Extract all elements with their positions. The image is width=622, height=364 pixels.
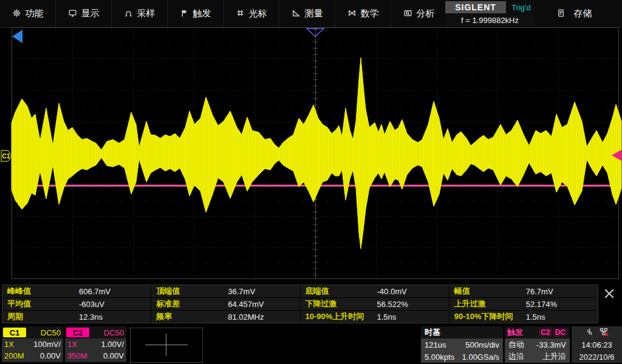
channel2-coupling: DC50 xyxy=(104,328,124,337)
measurement-panel: 峰峰值606.7mV 顶端值36.7mV 底端值-40.0mV 幅值76.7mV… xyxy=(2,285,598,323)
trigger-title: 触发 xyxy=(507,327,523,338)
timebase-scale: 500ns/div xyxy=(465,340,499,349)
trigger-mode: 自动 xyxy=(508,339,524,350)
channel1-panel[interactable]: C1 DC50 1X100mV/ 200M0.00V xyxy=(2,326,63,362)
measure-fall-time: 90-10%下降时间1.5ns xyxy=(449,311,598,323)
measure-top: 顶端值36.7mV xyxy=(151,285,299,297)
channel2-bandwidth: 350M xyxy=(67,351,87,360)
add-channel-panel[interactable] xyxy=(130,328,203,363)
timebase-samplerate: 1.00GSa/s xyxy=(462,352,499,362)
timebase-panel[interactable]: 时基 121us500ns/div 5.00kpts1.00GSa/s xyxy=(421,326,503,363)
channel2-scale: 1.00V/ xyxy=(101,340,124,349)
trigger-source-badge: C2 xyxy=(539,328,552,337)
measure-base: 底端值-40.0mV xyxy=(301,285,449,297)
measure-rise-time: 10-90%上升时间1.5ns xyxy=(301,311,449,323)
measure-vpp: 峰峰值606.7mV xyxy=(2,285,151,297)
channel2-offset: 0.00V xyxy=(103,351,124,360)
trigger-panel[interactable]: 触发 C2 DC 自动-33.3mV 边沿上升沿 xyxy=(505,326,570,363)
channel1-scale: 100mV/ xyxy=(33,340,61,349)
timebase-title: 时基 xyxy=(421,326,503,339)
trigger-slope: 上升沿 xyxy=(542,351,566,362)
channel2-probe: 1X xyxy=(67,340,77,349)
oscilloscope-screen: 功能 显示 采样 触发 光标 测量 数学 分析 xyxy=(0,0,622,364)
trigger-type: 边沿 xyxy=(508,351,524,362)
measure-amplitude: 幅值76.7mV xyxy=(449,285,598,297)
measure-rise-overshoot: 上升过激52.174% xyxy=(449,298,598,310)
measure-frequency: 频率81.02MHz xyxy=(151,311,299,323)
network-disconnected-icon xyxy=(599,327,609,339)
measure-period: 周期12.3ns xyxy=(2,311,151,323)
timebase-delay: 121us xyxy=(425,340,446,349)
channel1-coupling: DC50 xyxy=(41,328,61,337)
channel1-marker-label: C1 xyxy=(2,153,10,160)
trigger-level: -33.3mV xyxy=(536,340,566,349)
measure-fall-overshoot: 下降过激56.522% xyxy=(301,298,449,310)
channel2-panel[interactable]: C2 DC50 1X1.00V/ 350M0.00V xyxy=(65,326,126,362)
channel1-offset: 0.00V xyxy=(40,351,61,360)
channel2-badge: C2 xyxy=(66,328,89,337)
usb-icon xyxy=(585,327,594,338)
timebase-points: 5.00kpts xyxy=(425,352,454,362)
status-panel: 14:06:23 2022/10/6 xyxy=(572,326,622,363)
delay-marker-icon[interactable] xyxy=(12,30,22,43)
channel1-bandwidth: 200M xyxy=(4,351,24,360)
trigger-coupling-badge: DC xyxy=(553,328,567,337)
measure-mean: 平均值-603uV xyxy=(2,298,151,310)
close-icon[interactable] xyxy=(601,286,617,302)
clock-time: 14:06:23 xyxy=(581,339,612,351)
channel1-badge: C1 xyxy=(3,328,26,337)
channel1-probe: 1X xyxy=(4,340,14,349)
measure-stdev: 标准差64.457mV xyxy=(151,298,299,310)
clock-date: 2022/10/6 xyxy=(579,351,615,363)
